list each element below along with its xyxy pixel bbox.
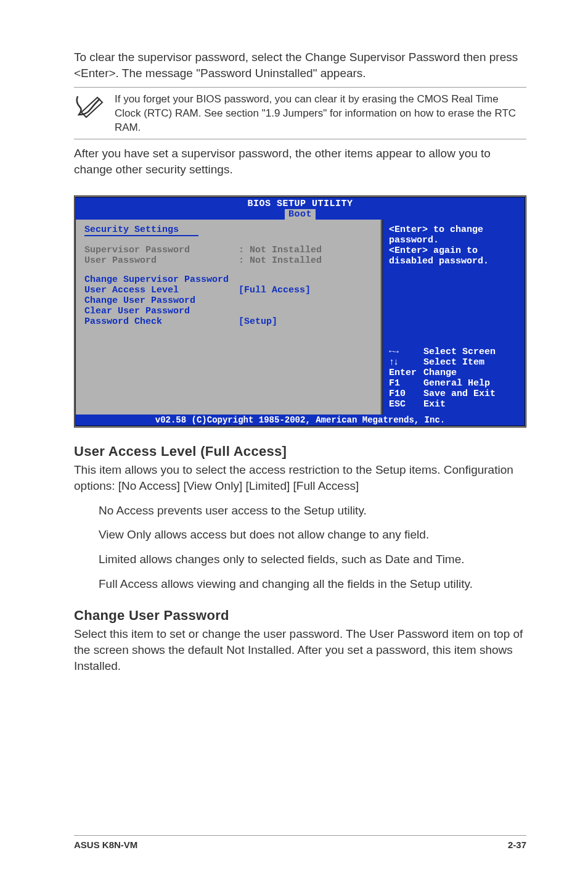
- nav-exit: Exit: [423, 399, 446, 410]
- nav-general-help: General Help: [423, 378, 490, 389]
- f10-key-label: F10: [389, 389, 423, 399]
- user-password-row: User Password : Not Installed: [84, 255, 372, 266]
- nav-save-exit: Save and Exit: [423, 389, 496, 399]
- option-full-access: Full Access allows viewing and changing …: [99, 576, 520, 592]
- divider: [74, 87, 526, 88]
- user-access-level-value: [Full Access]: [239, 285, 311, 295]
- after-paragraph: After you have set a supervisor password…: [74, 146, 526, 177]
- bios-title-text: BIOS SETUP UTILITY: [247, 199, 353, 209]
- clear-user-password-item: Clear User Password: [84, 306, 372, 316]
- page-footer: ASUS K8N-VM 2-37: [74, 835, 526, 850]
- footer-product-name: ASUS K8N-VM: [74, 840, 137, 850]
- divider: [74, 139, 526, 139]
- underline: [84, 235, 198, 236]
- user-password-label: User Password: [84, 255, 239, 266]
- user-access-level-heading: User Access Level (Full Access]: [74, 444, 526, 460]
- note-text: If you forget your BIOS password, you ca…: [115, 93, 526, 135]
- user-access-level-label: User Access Level: [84, 285, 239, 295]
- supervisor-password-value: : Not Installed: [239, 245, 322, 255]
- user-password-value: : Not Installed: [239, 255, 322, 266]
- change-user-password-heading: Change User Password: [74, 608, 526, 624]
- change-supervisor-password-item: Change Supervisor Password: [84, 274, 372, 285]
- pencil-icon: [74, 94, 104, 118]
- password-check-value: [Setup]: [239, 316, 277, 327]
- bios-left-pane: Security Settings Supervisor Password : …: [76, 220, 383, 415]
- bios-help-pane: <Enter> to change password. <Enter> agai…: [383, 220, 525, 415]
- footer-page-number: 2-37: [508, 840, 526, 850]
- supervisor-password-row: Supervisor Password : Not Installed: [84, 245, 372, 255]
- option-limited: Limited allows changes only to selected …: [99, 551, 520, 567]
- ual-body: This item allows you to select the acces…: [74, 462, 526, 493]
- bios-screenshot: BIOS SETUP UTILITY Boot Security Setting…: [74, 196, 526, 427]
- f1-key-label: F1: [389, 378, 423, 389]
- option-no-access: No Access prevents user access to the Se…: [99, 503, 520, 519]
- arrow-ud-icon: ↑↓: [389, 357, 423, 368]
- help-line-1: <Enter> to change password.: [389, 225, 518, 245]
- nav-select-item: Select Item: [423, 357, 484, 368]
- security-settings-heading: Security Settings: [84, 225, 372, 235]
- nav-change: Change: [423, 368, 457, 378]
- nav-help: ←→Select Screen ↑↓Select Item EnterChang…: [389, 347, 518, 410]
- user-access-level-row: User Access Level [Full Access]: [84, 285, 372, 295]
- help-line-2: <Enter> again to disabled password.: [389, 245, 518, 266]
- note-block: If you forget your BIOS password, you ca…: [74, 93, 526, 135]
- password-check-row: Password Check [Setup]: [84, 316, 372, 327]
- nav-select-screen: Select Screen: [423, 347, 496, 357]
- bios-tab-boot: Boot: [285, 209, 316, 220]
- option-view-only: View Only allows access but does not all…: [99, 527, 520, 543]
- esc-key-label: ESC: [389, 399, 423, 410]
- change-user-password-item: Change User Password: [84, 295, 372, 306]
- bios-footer: v02.58 (C)Copyright 1985-2002, American …: [76, 415, 525, 426]
- password-check-label: Password Check: [84, 316, 239, 327]
- intro-paragraph: To clear the supervisor password, select…: [74, 49, 526, 81]
- bios-title-bar: BIOS SETUP UTILITY Boot: [76, 197, 525, 220]
- cup-body: Select this item to set or change the us…: [74, 626, 526, 674]
- arrow-lr-icon: ←→: [389, 347, 423, 357]
- enter-key-label: Enter: [389, 368, 423, 378]
- supervisor-password-label: Supervisor Password: [84, 245, 239, 255]
- bios-body: Security Settings Supervisor Password : …: [76, 220, 525, 415]
